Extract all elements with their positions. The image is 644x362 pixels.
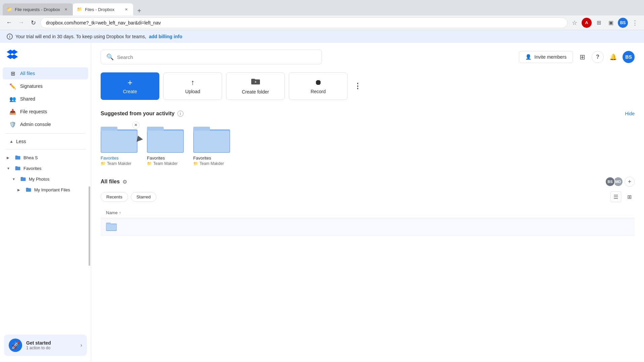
sidebar-scrollbar[interactable]: [89, 186, 90, 266]
invite-btn-label: Invite members: [534, 54, 567, 60]
action-buttons: + Create ↑ Upload + Create folder ⏺ Reco…: [101, 72, 635, 100]
add-member-button[interactable]: +: [625, 177, 635, 187]
invite-person-icon: 👤: [525, 54, 532, 60]
more-actions-button[interactable]: ⋮: [352, 80, 364, 92]
list-item[interactable]: Favorites 📁 Team Makder: [193, 123, 230, 166]
trial-banner: i Your trial will end in 30 days. To kee…: [0, 30, 644, 43]
signatures-icon: ✏️: [9, 83, 16, 89]
create-folder-label: Create folder: [242, 89, 269, 95]
folder-chevron-favorites: ▼: [7, 167, 12, 170]
folder-item-favorites[interactable]: ▼ Favorites: [1, 163, 90, 173]
get-started-subtitle: 1 action to do: [26, 346, 76, 350]
location-folder-icon-1: 📁: [101, 161, 106, 166]
help-button[interactable]: ?: [592, 51, 604, 63]
hide-suggested-button[interactable]: Hide: [625, 111, 635, 116]
close-suggested-1[interactable]: ✕: [132, 121, 140, 129]
tab-close-2[interactable]: ✕: [123, 6, 129, 12]
ad-guard-button[interactable]: A: [582, 18, 592, 28]
suggested-item-location-1: 📁 Team Makder: [101, 161, 131, 166]
create-plus-icon: +: [127, 78, 132, 87]
address-bar-row: ← → ↻ ☆ A ⊞ ▣ BS ⋮: [0, 15, 644, 30]
suggested-info-icon[interactable]: i: [177, 111, 183, 117]
file-row-folder-icon: [106, 222, 117, 232]
sidebar-item-all-files[interactable]: ⊞ All files: [3, 67, 88, 79]
create-folder-button[interactable]: + Create folder: [226, 72, 285, 100]
extensions-button[interactable]: ⊞: [594, 18, 604, 28]
refresh-button[interactable]: ↻: [28, 18, 38, 28]
tab-file-requests[interactable]: 📁 File requests - Dropbox ✕: [3, 3, 73, 15]
record-label: Record: [311, 89, 326, 94]
search-box[interactable]: 🔍: [101, 50, 322, 64]
new-tab-button[interactable]: +: [135, 6, 144, 15]
address-bar[interactable]: [40, 17, 568, 28]
get-started-text: Get started 1 action to do: [26, 340, 76, 350]
tab-favicon-1: 📁: [7, 7, 12, 12]
list-item[interactable]: Favorites 📁 Team Makder: [147, 123, 184, 166]
name-column-header[interactable]: Name ↑: [106, 210, 629, 215]
app-grid-button[interactable]: ⊞: [576, 51, 588, 63]
shared-label: Shared: [20, 96, 35, 102]
sort-arrow-icon: ↑: [119, 210, 121, 215]
sidebar-item-admin-console[interactable]: 🛡️ Admin console: [3, 118, 88, 130]
filter-tab-starred[interactable]: Starred: [131, 192, 157, 202]
folder-thumbnail-1: ✕: [101, 123, 138, 153]
sidebar-item-file-requests[interactable]: 📥 File requests: [3, 106, 88, 118]
trial-link[interactable]: add billing info: [149, 34, 182, 39]
forward-button[interactable]: →: [16, 18, 26, 28]
sidebar-item-shared[interactable]: 👥 Shared: [3, 93, 88, 105]
list-item[interactable]: ✕ Favorites 📁 Team Makder: [101, 123, 138, 166]
folder-item-my-important-files[interactable]: ▶ My Important Files: [1, 185, 90, 195]
location-text-3: Team Makder: [200, 161, 224, 166]
top-actions: 👤 Invite members ⊞ ? 🔔 BS: [519, 51, 635, 63]
shared-icon: 👥: [9, 96, 16, 102]
folder-icon-bhea: [15, 155, 21, 161]
folder-item-my-photos[interactable]: ▼ My Photos: [1, 174, 90, 184]
name-col-label: Name: [106, 210, 118, 215]
member-avatar-bs[interactable]: BS: [605, 177, 615, 187]
get-started-card[interactable]: 🚀 Get started 1 action to do ›: [4, 335, 87, 356]
create-folder-icon: +: [251, 78, 260, 87]
suggested-item-name-3: Favorites: [193, 156, 211, 161]
suggested-item-location-2: 📁 Team Makder: [147, 161, 178, 166]
filter-tabs-row: Recents Starred ☰ ⊞: [101, 191, 635, 202]
sidebar-logo[interactable]: [0, 46, 91, 67]
folder-chevron-important: ▶: [17, 188, 23, 192]
browser-menu-button[interactable]: ⋮: [630, 18, 640, 28]
folder-thumbnail-3: [193, 123, 230, 153]
sidebar-divider-2: [5, 149, 86, 149]
invite-members-button[interactable]: 👤 Invite members: [519, 51, 573, 63]
suggested-item-location-3: 📁 Team Makder: [193, 161, 224, 166]
tab-title-2: Files - Dropbox: [85, 7, 120, 12]
create-button[interactable]: + Create: [101, 72, 159, 100]
suggested-item-name-1: Favorites: [101, 156, 118, 161]
record-button[interactable]: ⏺ Record: [289, 72, 347, 100]
all-files-settings-icon[interactable]: ⚙: [122, 179, 127, 185]
filter-tab-recents[interactable]: Recents: [101, 192, 128, 202]
back-button[interactable]: ←: [4, 18, 14, 28]
upload-arrow-icon: ↑: [191, 78, 195, 87]
browser-profile-avatar[interactable]: BS: [618, 18, 628, 28]
upload-button[interactable]: ↑ Upload: [163, 72, 222, 100]
all-files-label: All files: [20, 71, 35, 76]
folder-icon-myphotos: [20, 176, 26, 182]
sidebar-item-signatures[interactable]: ✏️ Signatures: [3, 80, 88, 92]
bookmark-button[interactable]: ☆: [570, 18, 580, 28]
create-label: Create: [123, 89, 137, 94]
file-row[interactable]: [101, 218, 635, 236]
folder-item-bhea-s[interactable]: ▶ Bhea S: [1, 153, 90, 163]
view-list-button[interactable]: ☰: [610, 191, 621, 202]
notifications-button[interactable]: 🔔: [607, 51, 619, 63]
folder-label-favorites: Favorites: [23, 166, 41, 171]
sidebar-less-toggle[interactable]: ▲ Less: [3, 137, 88, 146]
split-screen-button[interactable]: ▣: [606, 18, 616, 28]
tab-files[interactable]: 📁 Files - Dropbox ✕: [73, 3, 133, 15]
member-avatars: BS MD +: [605, 177, 635, 187]
search-input[interactable]: [117, 54, 316, 60]
tab-title-1: File requests - Dropbox: [15, 7, 60, 12]
view-grid-button[interactable]: ⊞: [624, 191, 635, 202]
svg-text:+: +: [255, 80, 257, 84]
user-avatar[interactable]: BS: [623, 51, 635, 63]
svg-rect-12: [106, 224, 116, 230]
files-table-header: Name ↑: [101, 207, 635, 218]
tab-close-1[interactable]: ✕: [63, 6, 69, 12]
